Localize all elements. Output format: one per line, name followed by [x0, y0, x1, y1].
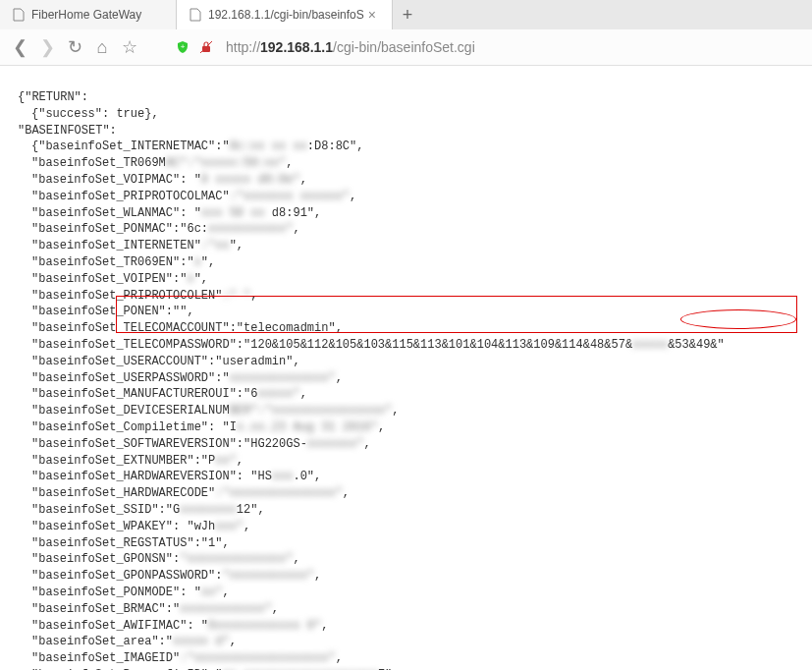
redacted-text: "xxxxxxxxxxxxxx" [180, 551, 293, 568]
json-key-text: "baseinfoSet_PONEN":"", [31, 305, 194, 318]
json-key-text: "baseinfoSet_EXTNUMBER":"P [31, 454, 215, 468]
redacted-text: 6xxxxxxxxxxxx 0" [208, 618, 321, 635]
json-tail-text: , [293, 552, 299, 566]
json-tail-text: , [272, 602, 279, 616]
json-root: {"RETURN": [18, 89, 794, 106]
json-line: "baseinfoSet_USERPASSWORD":"xxxxxxxxxxxx… [31, 370, 794, 387]
json-key: "BASEINFOSET": [18, 123, 794, 140]
shield-icon: + [175, 39, 190, 55]
json-key-text: "baseinfoSet_USERACCOUNT":"useradmin", [31, 355, 300, 368]
json-key-text: "baseinfoSet_WPAKEY": "wJh [31, 520, 215, 533]
redacted-text: x.xx.23 Aug 31 2016" [237, 419, 378, 436]
json-line: "baseinfoSet_VOIPEN":"x", [31, 271, 794, 288]
back-button[interactable]: ❮ [10, 36, 29, 58]
redacted-text: xxxxx" [257, 386, 299, 403]
json-tail-text: , [363, 437, 370, 451]
redacted-text: xxxxx d" [173, 634, 230, 650]
json-tail-text: , [244, 520, 250, 533]
json-tail-text: , [343, 486, 350, 500]
json-tail-text: , [378, 420, 385, 434]
json-key-text: "baseinfoSet_USERPASSWORD":" [31, 371, 230, 385]
json-line: "baseinfoSet_AWIFIMAC": "6xxxxxxxxxxxx 0… [31, 618, 794, 635]
json-key-text: "baseinfoSet_PONMODE": " [31, 586, 201, 599]
json-line: "baseinfoSet_PONMODE": "xx", [31, 585, 794, 601]
json-line: "baseinfoSet_HARDWARECODE":"xxxxxxxxxxxx… [31, 485, 794, 502]
json-key-text: "baseinfoSet_PRIPROTOCOLEN" [31, 289, 222, 303]
json-key-text: "baseinfoSet_VOIPEN":" [31, 272, 187, 286]
redacted-text: xxxxx [632, 337, 668, 354]
redacted-text: 8 xxxxx d8:8e" [201, 172, 300, 189]
json-line: "baseinfoSet_DEVICESERIALNUMBER":"xxxxxx… [31, 403, 794, 419]
reload-button[interactable]: ↻ [65, 36, 84, 58]
json-key-text: "baseinfoSet_SSID":"G [31, 503, 180, 517]
json-line: "baseinfoSet_PRIPROTOCOLEN":" ", [31, 288, 794, 305]
json-key-text: "baseinfoSet_PONMAC":"6c: [31, 222, 208, 236]
json-line: "baseinfoSet_GPONSN":"xxxxxxxxxxxxxx", [31, 551, 794, 568]
favorite-button[interactable]: ☆ [120, 36, 139, 58]
close-icon[interactable]: × [364, 7, 380, 23]
redacted-text: x [194, 254, 201, 271]
json-tail-text: , [392, 404, 399, 418]
json-key-text: "baseinfoSet_GPONSN": [31, 552, 180, 566]
json-line: "baseinfoSet_MANUFACTUREROUI":"6xxxxx", [31, 386, 794, 403]
json-line: "baseinfoSet_VOIPMAC": "8 xxxxx d8:8e", [31, 172, 794, 189]
json-tail-text: , [300, 173, 307, 187]
json-tail-text: , [286, 156, 293, 170]
redacted-text: :"xxxxxxxxxxxxxxxxxxx" [180, 650, 335, 667]
json-tail-text: ", [230, 239, 244, 252]
json-line: "baseinfoSet_EXTNUMBER":"Pxx", [31, 453, 794, 470]
json-key-text: "baseinfoSet_VOIPMAC": " [31, 173, 201, 187]
json-tail-text: , [293, 222, 299, 236]
redacted-text: xxxxxxxxxxxxxx" [230, 370, 336, 387]
json-key-text: "baseinfoSet_TR069M [31, 156, 166, 170]
redacted-text: xxx [272, 469, 294, 485]
json-tail-text: , [230, 635, 237, 648]
json-tail-text: , [350, 190, 356, 203]
json-tail-text: , [237, 454, 244, 468]
redacted-text: xx" [201, 585, 223, 601]
tab-fiberhome[interactable]: FiberHome GateWay [0, 0, 177, 29]
json-key-text: "baseinfoSet_HARDWARECODE" [31, 486, 215, 500]
tab-label: FiberHome GateWay [31, 8, 141, 22]
json-line: "baseinfoSet_TR069MAC":"xxxxx:58:xx", [31, 155, 794, 172]
json-line: "baseinfoSet_Compiletime": "Ix.xx.23 Aug… [31, 419, 794, 436]
toolbar: ❮ ❯ ↻ ⌂ ☆ + http://192.168.1.1/cgi-bin/b… [0, 29, 812, 65]
page-icon [12, 8, 26, 22]
json-line: "baseinfoSet_SOFTWAREVERSION":"HG220GS-x… [31, 436, 794, 453]
json-key-text: "baseinfoSet_WLANMAC": " [31, 206, 201, 220]
tab-baseinfo[interactable]: 192.168.1.1/cgi-bin/baseinfoS × [177, 0, 393, 29]
json-line: "baseinfoSet_PONEN":"", [31, 304, 794, 320]
json-key-text: "baseinfoSet_MANUFACTUREROUI":"6 [31, 387, 257, 401]
json-key-text: "baseinfoSet_AWIFIMAC": " [31, 619, 208, 633]
json-key-text: "baseinfoSet_GPONPASSWORD": [31, 569, 222, 583]
json-line: "baseinfoSet_PONMAC":"6c:xxxxxxxxxxx", [31, 221, 794, 238]
json-key-text: "baseinfoSet_SOFTWAREVERSION":"HG220GS- [31, 437, 307, 451]
json-key-text: "baseinfoSet_BRMAC":" [31, 602, 180, 616]
json-tail-text: , [250, 289, 257, 303]
url-display[interactable]: http://192.168.1.1/cgi-bin/baseinfoSet.c… [226, 39, 475, 55]
json-line: "baseinfoSet_WPAKEY": "wJhxxx", [31, 519, 794, 535]
json-line: "baseinfoSet_BRMAC":"xxxxxxxxxxxx", [31, 601, 794, 618]
redacted-text: 0c:xx xx xx [230, 139, 307, 155]
redacted-text: xxxxxxxxxxx" [208, 221, 293, 238]
plus-icon: + [403, 5, 413, 26]
url-path: /cgi-bin/baseinfoSet.cgi [333, 39, 475, 55]
redacted-text: xx" [215, 453, 237, 470]
new-tab-button[interactable]: + [393, 5, 422, 26]
home-button[interactable]: ⌂ [92, 37, 112, 58]
redacted-text: :"xxxxxxxxxxxxxxx" [215, 485, 343, 502]
json-tail-text: ", [201, 255, 215, 269]
json-line: "baseinfoSet_PRIPROTOCOLMAC":"xxxxxxx xx… [31, 189, 794, 205]
json-key-text: "baseinfoSet_Compiletime": "I [31, 420, 237, 434]
redacted-text: x [187, 271, 193, 288]
forward-button[interactable]: ❯ [37, 36, 57, 58]
json-line: "baseinfoSet_REGSTATUS":"1", [31, 535, 794, 552]
json-key-text: "baseinfoSet_TR069EN":" [31, 255, 194, 269]
page-content: {"RETURN": {"success": true}, "BASEINFOS… [0, 66, 812, 670]
json-key-text: "baseinfoSet_area":" [31, 635, 173, 648]
redacted-text: BER":"xxxxxxxxxxxxxxxx" [230, 403, 393, 419]
page-icon [189, 8, 202, 22]
url-protocol: http:// [226, 39, 260, 55]
tab-bar: FiberHome GateWay 192.168.1.1/cgi-bin/ba… [0, 0, 812, 29]
json-line: "baseinfoSet_GPONPASSWORD":"xxxxxxxxxxx"… [31, 568, 794, 585]
